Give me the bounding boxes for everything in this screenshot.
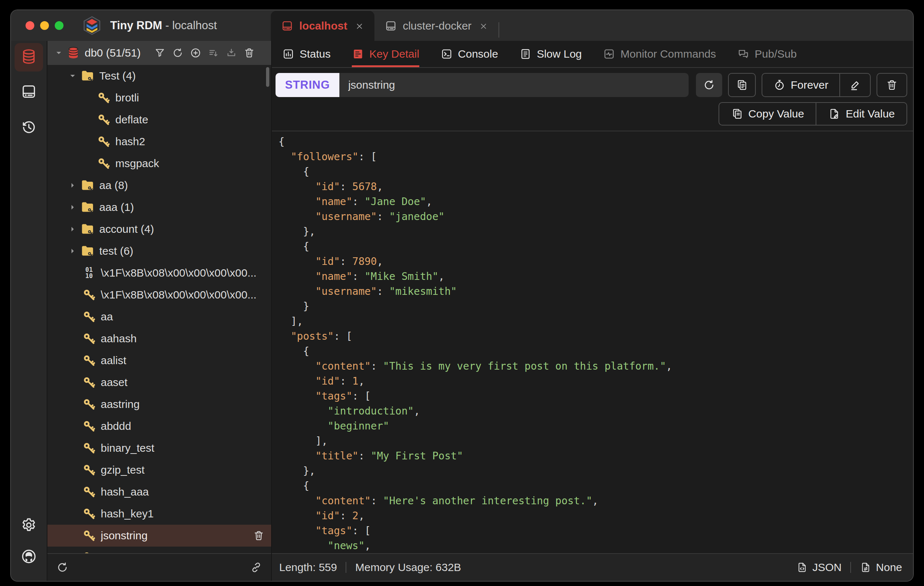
chevron-right-icon[interactable] [67,246,78,256]
subtab-console[interactable]: Console [441,41,498,67]
tree-row-label: \x1F\x8B\x08\x00\x00\x00\x00... [101,289,271,301]
tree-row[interactable]: test (6) [48,240,271,262]
trash-icon[interactable] [253,530,264,541]
chevron-right-icon[interactable] [67,180,78,191]
chevron-right-icon[interactable] [67,202,78,213]
filter-icon[interactable] [154,47,166,59]
subtab-status[interactable]: Status [282,41,331,67]
delete-key-button[interactable] [876,73,907,97]
tree-row[interactable]: deflate [48,109,271,130]
tab-divider [498,22,499,38]
traffic-light-minimize[interactable] [40,21,49,30]
db-header-row[interactable]: db0 (51/51) [48,41,271,65]
window-title: Tiny RDM - localhost [110,19,217,32]
reload-key-button[interactable] [696,73,722,97]
tree-row[interactable]: aaset [48,371,271,393]
import-icon[interactable] [226,47,237,59]
tree-row[interactable]: aa (8) [48,174,271,196]
tree-row[interactable]: 0110\x1F\x8B\x08\x00\x00\x00\x00... [48,262,271,284]
tree-row[interactable]: aaa (1) [48,196,271,218]
tree-row-label: account (4) [99,223,271,235]
trash-icon[interactable] [243,47,255,59]
tree-row[interactable]: jsonstring2 [48,546,271,553]
tree-row[interactable]: account (4) [48,218,271,240]
subtab-key-detail[interactable]: Key Detail [352,41,419,67]
close-icon[interactable] [355,21,364,31]
ttl-label: Forever [791,79,828,91]
copy-value-label: Copy Value [749,107,804,120]
ttl-button[interactable]: Forever [762,73,840,97]
tree-row[interactable]: \x1F\x8B\x08\x00\x00\x00\x00... [48,284,271,306]
key-tree-panel: db0 (51/51) Test (4)brotlideflatehash2ms… [48,41,272,581]
format-json-label: JSON [812,561,842,574]
tree-scrollbar[interactable] [266,67,269,87]
tree-row[interactable]: hash2 [48,130,271,152]
tree-row[interactable]: Test (4) [48,65,271,87]
key-detail-view: STRING Forever Copy Value Edit Value [272,68,913,581]
key-type-badge: STRING [276,73,339,97]
connection-tabs: localhostcluster-docker [271,10,913,41]
tree-row-label: hash_key1 [101,508,271,520]
value-actions-row: Copy Value Edit Value [276,102,907,125]
format-json-button[interactable]: JSON [796,561,842,574]
chevron-down-icon[interactable] [67,71,78,81]
refresh-icon[interactable] [172,47,183,59]
traffic-light-zoom[interactable] [55,21,63,30]
tree-row[interactable]: aastring [48,393,271,415]
tree-row[interactable]: jsonstring [48,525,271,546]
rail-item-github[interactable] [15,543,43,571]
tree-header-actions [154,47,255,59]
add-icon[interactable] [190,47,201,59]
rail-item-server[interactable] [15,78,43,107]
app-window: Tiny RDM - localhost localhostcluster-do… [11,10,913,581]
subtab-label: Key Detail [369,48,419,60]
key-icon [82,287,96,302]
tree-row[interactable]: hash_aaa [48,481,271,503]
sort-icon[interactable] [208,47,219,59]
tree-row[interactable]: abddd [48,415,271,437]
link-icon[interactable] [250,561,262,574]
copy-value-button[interactable]: Copy Value [719,102,817,125]
tab-cluster-docker[interactable]: cluster-docker [375,11,498,41]
tab-label: localhost [299,20,347,32]
subtab-label: Status [300,48,331,60]
folder-icon [80,178,95,193]
tree-row[interactable]: aa [48,306,271,328]
close-icon[interactable] [479,21,488,31]
tree-row[interactable]: brotli [48,87,271,109]
nav-rail [11,41,48,581]
tree-row[interactable]: binary_test [48,437,271,459]
rename-key-button[interactable] [840,73,871,97]
key-icon [82,353,96,368]
chevron-right-icon[interactable] [67,224,78,234]
tree-row[interactable]: aalist [48,350,271,371]
rail-item-settings[interactable] [15,512,43,540]
tree-row-label: aaset [101,376,271,389]
subtab-pub-sub[interactable]: Pub/Sub [737,41,797,67]
refresh-icon[interactable] [56,561,69,574]
tree-row[interactable]: aahash [48,328,271,350]
folder-icon [80,222,95,236]
tree-row-label: test (6) [99,245,271,257]
rail-item-browser[interactable] [15,43,43,71]
decode-none-button[interactable]: None [860,561,902,574]
tree-row[interactable]: hash_key1 [48,503,271,525]
key-name-input[interactable] [339,73,689,97]
subtab-slow-log[interactable]: Slow Log [519,41,582,67]
copy-key-button[interactable] [728,73,756,97]
rail-item-history[interactable] [15,113,43,142]
key-icon [82,309,96,324]
slowlog-icon [519,48,532,60]
key-icon [82,507,96,521]
pubsub-icon [737,48,749,60]
tree-row[interactable]: gzip_test [48,459,271,481]
tree-row[interactable]: msgpack [48,152,271,174]
tab-localhost[interactable]: localhost [271,11,375,41]
chevron-down-icon[interactable] [53,48,64,58]
traffic-light-close[interactable] [26,21,34,30]
tree-row-label: aa (8) [99,179,271,191]
subtab-label: Monitor Commands [620,48,716,60]
subtab-monitor-commands[interactable]: Monitor Commands [603,41,716,67]
tree-row-label: \x1F\x8B\x08\x00\x00\x00\x00... [101,267,271,279]
edit-value-button[interactable]: Edit Value [816,102,907,125]
